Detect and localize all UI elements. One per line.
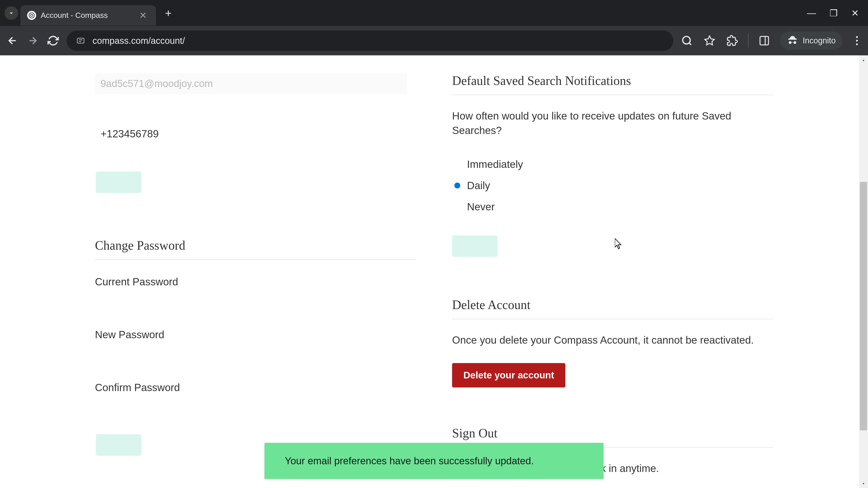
radio-dot-icon [454,161,460,167]
extensions-icon[interactable] [725,34,739,47]
save-profile-button[interactable]: Save [96,171,141,193]
page-content: 9ad5c571@moodjoy.com +123456789 Save Cha… [0,55,868,488]
right-column: Default Saved Search Notifications How o… [452,73,773,488]
delete-account-help-text: Once you delete your Compass Account, it… [452,333,773,347]
window-controls: ― ❐ ✕ [807,8,864,18]
minimize-icon[interactable]: ― [807,8,816,18]
delete-account-heading: Delete Account [452,297,773,319]
back-icon[interactable] [6,34,19,47]
tab-title: Account - Compass [41,11,132,20]
browser-tab[interactable]: Account - Compass ✕ [20,5,156,26]
radio-immediately[interactable]: Immediately [454,154,773,175]
notifications-help-text: How often would you like to receive upda… [452,109,773,138]
success-toast: Your email preferences have been success… [265,443,603,479]
scrollbar-track[interactable]: ▴ ▾ [859,55,868,488]
side-panel-icon[interactable] [757,34,771,47]
site-info-icon[interactable] [76,36,86,46]
radio-daily[interactable]: Daily [454,175,773,196]
incognito-badge[interactable]: Incognito [780,32,842,50]
confirm-password-label: Confirm Password [95,381,416,394]
close-tab-icon[interactable]: ✕ [137,10,149,21]
save-notifications-button[interactable]: Save [452,235,498,257]
close-window-icon[interactable]: ✕ [851,8,859,18]
reload-icon[interactable] [46,34,60,47]
save-password-button[interactable]: Save [96,434,141,456]
new-password-label: New Password [95,328,416,341]
content-wrapper: 9ad5c571@moodjoy.com +123456789 Save Cha… [0,55,868,488]
svg-point-3 [683,36,690,44]
email-field[interactable]: 9ad5c571@moodjoy.com [95,73,407,94]
radio-dot-icon [454,204,460,210]
browser-chrome: Account - Compass ✕ + ― ❐ ✕ compass.com/… [0,0,868,55]
change-password-heading: Change Password [95,238,416,260]
search-icon[interactable] [680,34,694,47]
incognito-label: Incognito [803,36,836,45]
left-column: 9ad5c571@moodjoy.com +123456789 Save Cha… [95,73,416,488]
scroll-down-arrow-icon[interactable]: ▾ [859,479,868,488]
bookmark-star-icon[interactable] [703,34,716,47]
mouse-cursor-icon [615,238,623,251]
forward-icon[interactable] [26,34,39,47]
toolbar-divider [748,34,748,47]
new-tab-button[interactable]: + [158,6,178,20]
notifications-heading: Default Saved Search Notifications [452,73,773,95]
url-text: compass.com/account/ [92,36,185,46]
address-bar[interactable]: compass.com/account/ [67,31,673,51]
favicon-icon [27,11,36,20]
notification-frequency-radio-group: Immediately Daily Never [454,154,773,217]
delete-account-button[interactable]: Delete your account [452,363,565,387]
radio-label: Immediately [467,158,523,170]
svg-point-0 [29,13,34,18]
tab-bar: Account - Compass ✕ + ― ❐ ✕ [0,0,868,26]
radio-dot-icon [454,183,460,188]
browser-menu-icon[interactable] [851,36,862,45]
scrollbar-thumb[interactable] [860,182,867,430]
scroll-up-arrow-icon[interactable]: ▴ [859,55,868,64]
current-password-label: Current Password [95,275,416,288]
radio-never[interactable]: Never [454,196,773,217]
radio-label: Never [467,201,495,213]
svg-rect-4 [760,36,769,45]
toolbar-right: Incognito [680,32,862,50]
radio-label: Daily [467,180,490,192]
toast-message: Your email preferences have been success… [285,455,534,466]
svg-point-1 [31,14,33,16]
phone-field[interactable]: +123456789 [95,128,416,140]
svg-rect-2 [77,38,84,43]
tab-search-dropdown[interactable] [4,6,18,20]
browser-toolbar: compass.com/account/ Incognito [0,26,868,55]
maximize-icon[interactable]: ❐ [830,8,838,18]
